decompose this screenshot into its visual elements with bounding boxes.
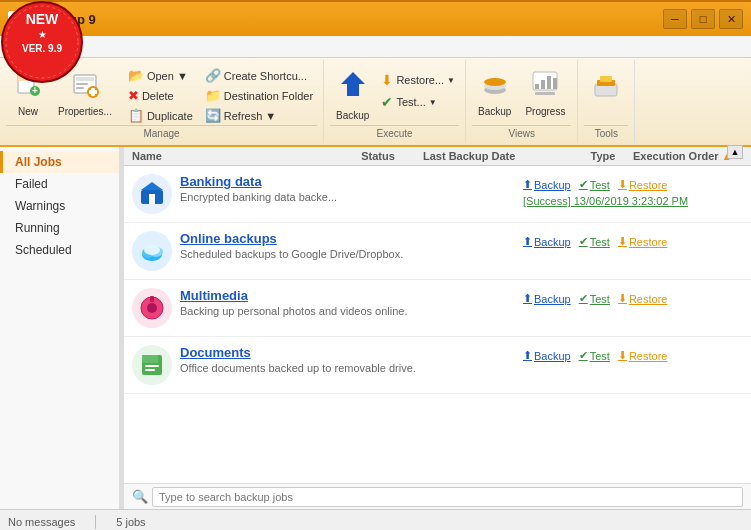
test-execute-button[interactable]: ✔ Test... ▼ <box>377 92 459 112</box>
minimize-button[interactable]: ─ <box>663 9 687 29</box>
job-item-online[interactable]: Online backups Scheduled backups to Goog… <box>124 223 751 280</box>
documents-backup-link[interactable]: ⬆ Backup <box>523 349 571 362</box>
tools-button[interactable] <box>584 66 628 110</box>
svg-rect-40 <box>150 296 154 302</box>
online-test-icon: ✔ <box>579 235 588 248</box>
properties-label: Properties... <box>58 106 112 117</box>
documents-restore-link[interactable]: ⬇ Restore <box>618 349 668 362</box>
online-restore-link[interactable]: ⬇ Restore <box>618 235 668 248</box>
multimedia-restore-icon: ⬇ <box>618 292 627 305</box>
new-label: New <box>18 106 38 117</box>
banking-restore-link[interactable]: ⬇ Restore <box>618 178 668 191</box>
create-shortcut-button[interactable]: 🔗 Create Shortcu... <box>201 66 317 85</box>
banking-backup-link[interactable]: ⬆ Backup <box>523 178 571 191</box>
multimedia-restore-link[interactable]: ⬇ Restore <box>618 292 668 305</box>
status-jobs-count: 5 jobs <box>116 516 145 528</box>
svg-rect-44 <box>145 369 155 371</box>
documents-test-link[interactable]: ✔ Test <box>579 349 610 362</box>
destination-folder-button[interactable]: 📁 Destination Folder <box>201 86 317 105</box>
job-list: Name Status Last Backup Date Type Execut… <box>124 147 751 509</box>
refresh-button[interactable]: 🔄 Refresh ▼ <box>201 106 317 125</box>
svg-text:★: ★ <box>38 29 47 40</box>
banking-info: Banking data Encrypted banking data back… <box>180 174 523 203</box>
documents-title[interactable]: Documents <box>180 345 523 360</box>
backup-exec-label: Backup <box>336 110 369 121</box>
title-bar: F FBackup 9 ─ □ ✕ <box>0 0 751 36</box>
multimedia-title[interactable]: Multimedia <box>180 288 523 303</box>
multimedia-test-icon: ✔ <box>579 292 588 305</box>
svg-rect-24 <box>547 76 551 89</box>
duplicate-icon: 📋 <box>128 108 144 123</box>
online-backup-link[interactable]: ⬆ Backup <box>523 235 571 248</box>
multimedia-test-link[interactable]: ✔ Test <box>579 292 610 305</box>
sidebar-item-scheduled[interactable]: Scheduled <box>0 239 119 261</box>
open-button[interactable]: 📂 Open ▼ <box>124 66 197 85</box>
search-bar: 🔍 <box>124 483 751 509</box>
job-item-multimedia[interactable]: Multimedia Backing up personal photos an… <box>124 280 751 337</box>
sidebar-item-warnings[interactable]: Warnings <box>0 195 119 217</box>
banking-desc: Encrypted banking data backe... <box>180 191 523 203</box>
job-item-documents[interactable]: Documents Office documents backed up to … <box>124 337 751 394</box>
restore-exec-icon: ⬇ <box>381 72 393 88</box>
banking-title[interactable]: Banking data <box>180 174 523 189</box>
multimedia-info: Multimedia Backing up personal photos an… <box>180 288 523 317</box>
tools-section-label: Tools <box>584 125 628 139</box>
status-messages: No messages <box>8 516 75 528</box>
sidebar-item-all-jobs[interactable]: All Jobs <box>0 151 119 173</box>
delete-label: Delete <box>142 90 174 102</box>
col-header-name: Name <box>132 150 333 162</box>
status-divider <box>95 515 96 529</box>
progress-view-button[interactable]: Progress <box>519 66 571 121</box>
online-backup-icon: ⬆ <box>523 235 532 248</box>
online-actions: ⬆ Backup ✔ Test ⬇ Restore <box>523 231 743 248</box>
refresh-label: Refresh ▼ <box>224 110 276 122</box>
sidebar-item-running[interactable]: Running <box>0 217 119 239</box>
restore-down-icon: ⬇ <box>618 178 627 191</box>
status-bar: No messages 5 jobs <box>0 509 751 530</box>
jobs-scroll[interactable]: Banking data Encrypted banking data back… <box>124 166 751 483</box>
ribbon-collapse-button[interactable]: ▲ <box>727 145 743 159</box>
restore-arrow-icon: ▼ <box>447 76 455 85</box>
job-item-banking[interactable]: Banking data Encrypted banking data back… <box>124 166 751 223</box>
restore-execute-button[interactable]: ⬇ Restore... ▼ <box>377 70 459 90</box>
new-version-badge: NEW ★ VER. 9.9 <box>0 0 85 85</box>
progress-view-label: Progress <box>525 106 565 117</box>
shortcut-icon: 🔗 <box>205 68 221 83</box>
ribbon-section-execute: Backup ⬇ Restore... ▼ ✔ Test... ▼ Execut… <box>324 60 466 143</box>
col-header-type: Type <box>573 150 633 162</box>
svg-rect-22 <box>535 84 539 89</box>
search-input[interactable] <box>152 487 743 507</box>
backup-view-label: Backup <box>478 106 511 117</box>
maximize-button[interactable]: □ <box>691 9 715 29</box>
restore-exec-label: Restore... <box>396 74 444 86</box>
svg-rect-43 <box>145 365 159 367</box>
banking-status: [Success] 13/06/2019 3:23:02 PM <box>523 195 688 207</box>
online-title[interactable]: Online backups <box>180 231 523 246</box>
backup-view-button[interactable]: Backup <box>472 66 517 121</box>
delete-button[interactable]: ✖ Delete <box>124 86 197 105</box>
menu-bar: Layout <box>0 36 751 58</box>
online-test-link[interactable]: ✔ Test <box>579 235 610 248</box>
svg-rect-23 <box>541 80 545 89</box>
multimedia-backup-link[interactable]: ⬆ Backup <box>523 292 571 305</box>
main-area: All Jobs Failed Warnings Running Schedul… <box>0 147 751 509</box>
close-button[interactable]: ✕ <box>719 9 743 29</box>
svg-rect-13 <box>76 87 84 89</box>
open-label: Open ▼ <box>147 70 188 82</box>
ribbon: + New Properties... <box>0 58 751 147</box>
svg-rect-32 <box>149 194 155 204</box>
duplicate-button[interactable]: 📋 Duplicate <box>124 106 197 125</box>
svg-rect-29 <box>600 76 612 82</box>
banking-test-link[interactable]: ✔ Test <box>579 178 610 191</box>
backup-execute-button[interactable]: Backup <box>330 66 375 125</box>
backup-exec-icon <box>339 70 367 108</box>
online-desc: Scheduled backups to Google Drive/Dropbo… <box>180 248 523 260</box>
svg-text:NEW: NEW <box>26 11 59 27</box>
sidebar-item-failed[interactable]: Failed <box>0 173 119 195</box>
col-header-status: Status <box>333 150 423 162</box>
documents-desc: Office documents backed up to removable … <box>180 362 523 374</box>
tools-icon <box>592 70 620 104</box>
multimedia-backup-icon: ⬆ <box>523 292 532 305</box>
open-icon: 📂 <box>128 68 144 83</box>
test-exec-label: Test... <box>396 96 425 108</box>
